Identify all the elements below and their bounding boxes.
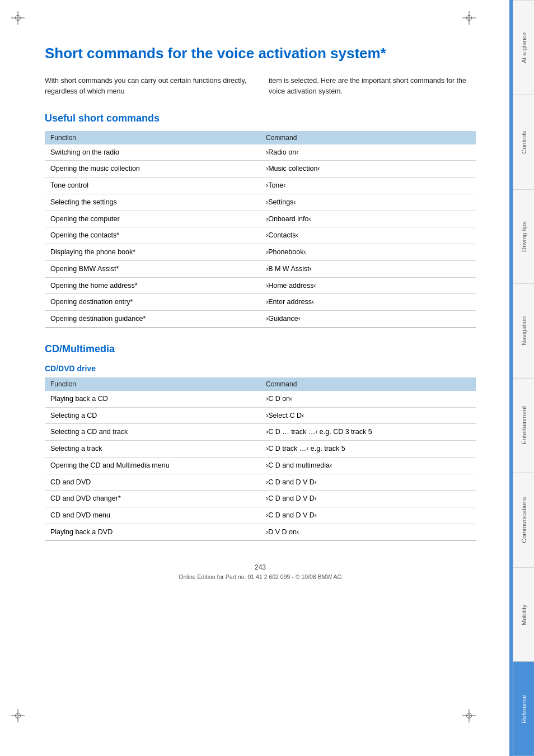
function-cell: Opening the home address* bbox=[45, 277, 260, 294]
intro-section: With short commands you can carry out ce… bbox=[45, 76, 476, 97]
function-cell: Opening the computer bbox=[45, 211, 260, 227]
command-cell: ›Home address‹ bbox=[260, 277, 476, 294]
table-row: Selecting the settings›Settings‹ bbox=[45, 194, 476, 211]
cd-sub-heading: CD/DVD drive bbox=[45, 364, 476, 373]
sidebar-item-communications[interactable]: Communications bbox=[513, 473, 534, 567]
cd-col1-header: Function bbox=[45, 377, 260, 391]
table-row: Playing back a DVD›D V D on‹ bbox=[45, 524, 476, 540]
command-cell: ›Select C D‹ bbox=[260, 407, 476, 424]
command-cell: ›C D and multimedia‹ bbox=[260, 457, 476, 474]
command-cell: ›Settings‹ bbox=[260, 194, 476, 211]
page-footer: 243 Online Edition for Part no. 01 41 2 … bbox=[45, 558, 476, 580]
function-cell: Selecting the settings bbox=[45, 194, 260, 211]
command-cell: ›Guidance‹ bbox=[260, 311, 476, 328]
function-cell: Playing back a DVD bbox=[45, 524, 260, 540]
table-row: Opening the CD and Multimedia menu›C D a… bbox=[45, 457, 476, 474]
crop-mark-bottom-left bbox=[11, 709, 25, 722]
table-row: Opening destination guidance*›Guidance‹ bbox=[45, 311, 476, 328]
table-row: CD and DVD›C D and D V D‹ bbox=[45, 474, 476, 491]
sidebar-item-navigation[interactable]: Navigation bbox=[513, 283, 534, 378]
page-title: Short commands for the voice activation … bbox=[45, 45, 476, 62]
function-cell: Opening destination entry* bbox=[45, 294, 260, 311]
sidebar-item-controls[interactable]: Controls bbox=[513, 95, 534, 189]
cd-heading: CD/Multimedia bbox=[45, 343, 476, 355]
sidebar-item-at-a-glance[interactable]: At a glance bbox=[513, 0, 534, 95]
cd-commands-table: Function Command Playing back a CD›C D o… bbox=[45, 377, 476, 541]
function-cell: Selecting a CD and track bbox=[45, 424, 260, 441]
table-row: Playing back a CD›C D on‹ bbox=[45, 391, 476, 407]
table-row: Opening the music collection›Music colle… bbox=[45, 161, 476, 178]
intro-right: item is selected. Here are the important… bbox=[269, 76, 476, 97]
command-cell: ›Onboard info‹ bbox=[260, 211, 476, 227]
command-cell: ›Contacts‹ bbox=[260, 227, 476, 244]
table-row: Opening the computer›Onboard info‹ bbox=[45, 211, 476, 227]
function-cell: CD and DVD changer* bbox=[45, 491, 260, 507]
table-row: CD and DVD changer*›C D and D V D‹ bbox=[45, 491, 476, 507]
function-cell: Tone control bbox=[45, 178, 260, 194]
table-row: Tone control›Tone‹ bbox=[45, 178, 476, 194]
command-cell: ›Radio on‹ bbox=[260, 144, 476, 161]
crop-mark-top-right bbox=[462, 11, 476, 25]
command-cell: ›D V D on‹ bbox=[260, 524, 476, 540]
command-cell: ›C D and D V D‹ bbox=[260, 491, 476, 507]
cd-table-header: Function Command bbox=[45, 377, 476, 391]
crop-mark-bottom-right bbox=[462, 709, 476, 722]
function-cell: Selecting a track bbox=[45, 441, 260, 458]
table-row: Opening destination entry*›Enter address… bbox=[45, 294, 476, 311]
footer-note: Online Edition for Part no. 01 41 2 602 … bbox=[45, 573, 476, 580]
table-row: Opening the contacts*›Contacts‹ bbox=[45, 227, 476, 244]
command-cell: ›B M W Assist‹ bbox=[260, 260, 476, 277]
useful-col1-header: Function bbox=[45, 131, 260, 144]
sidebar-item-entertainment[interactable]: Entertainment bbox=[513, 378, 534, 473]
useful-commands-table: Function Command Switching on the radio›… bbox=[45, 131, 476, 328]
function-cell: Opening the CD and Multimedia menu bbox=[45, 457, 260, 474]
function-cell: Opening the music collection bbox=[45, 161, 260, 178]
useful-heading: Useful short commands bbox=[45, 113, 476, 124]
table-row: Selecting a track›C D track …‹ e.g. trac… bbox=[45, 441, 476, 458]
command-cell: ›C D track …‹ e.g. track 5 bbox=[260, 441, 476, 458]
sidebar-item-reference[interactable]: Reference bbox=[513, 661, 534, 756]
cd-col2-header: Command bbox=[260, 377, 476, 391]
table-row: Selecting a CD›Select C D‹ bbox=[45, 407, 476, 424]
useful-col2-header: Command bbox=[260, 131, 476, 144]
function-cell: Opening BMW Assist* bbox=[45, 260, 260, 277]
crop-mark-top-left bbox=[11, 11, 25, 25]
function-cell: Switching on the radio bbox=[45, 144, 260, 161]
command-cell: ›Tone‹ bbox=[260, 178, 476, 194]
function-cell: Opening the contacts* bbox=[45, 227, 260, 244]
command-cell: ›Music collection‹ bbox=[260, 161, 476, 178]
command-cell: ›C D and D V D‹ bbox=[260, 474, 476, 491]
function-cell: Displaying the phone book* bbox=[45, 244, 260, 261]
table-row: CD and DVD menu›C D and D V D‹ bbox=[45, 507, 476, 524]
table-row: Selecting a CD and track›C D … track …‹ … bbox=[45, 424, 476, 441]
useful-table-header: Function Command bbox=[45, 131, 476, 144]
command-cell: ›C D … track …‹ e.g. CD 3 track 5 bbox=[260, 424, 476, 441]
function-cell: Selecting a CD bbox=[45, 407, 260, 424]
function-cell: Playing back a CD bbox=[45, 391, 260, 407]
side-tabs: At a glanceControlsDriving tipsNavigatio… bbox=[513, 0, 534, 756]
table-row: Displaying the phone book*›Phonebook‹ bbox=[45, 244, 476, 261]
table-row: Opening the home address*›Home address‹ bbox=[45, 277, 476, 294]
function-cell: CD and DVD bbox=[45, 474, 260, 491]
function-cell: CD and DVD menu bbox=[45, 507, 260, 524]
table-row: Switching on the radio›Radio on‹ bbox=[45, 144, 476, 161]
sidebar-item-driving-tips[interactable]: Driving tips bbox=[513, 189, 534, 284]
intro-left: With short commands you can carry out ce… bbox=[45, 76, 252, 97]
command-cell: ›Phonebook‹ bbox=[260, 244, 476, 261]
command-cell: ›C D on‹ bbox=[260, 391, 476, 407]
command-cell: ›Enter address‹ bbox=[260, 294, 476, 311]
function-cell: Opening destination guidance* bbox=[45, 311, 260, 328]
table-row: Opening BMW Assist*›B M W Assist‹ bbox=[45, 260, 476, 277]
page-number: 243 bbox=[45, 563, 476, 571]
command-cell: ›C D and D V D‹ bbox=[260, 507, 476, 524]
sidebar-item-mobility[interactable]: Mobility bbox=[513, 567, 534, 662]
